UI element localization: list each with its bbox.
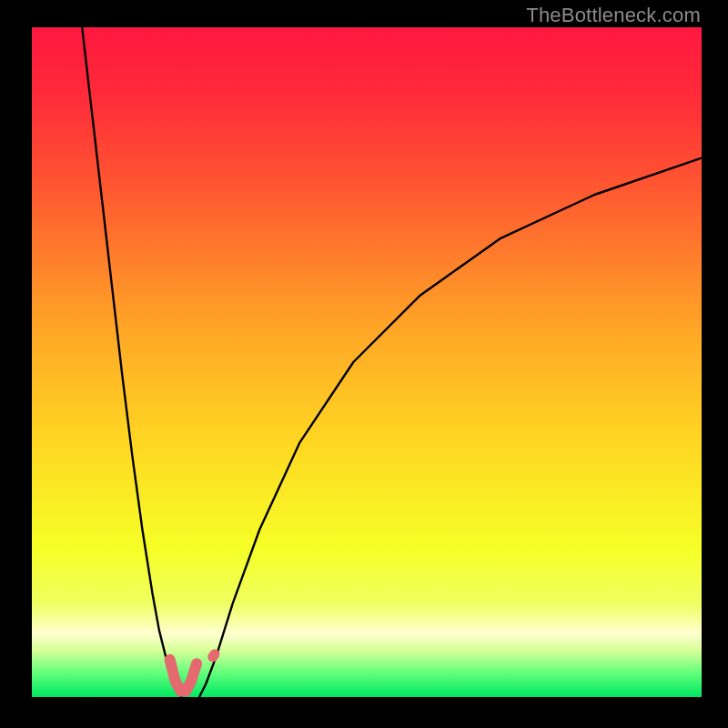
series-left-branch — [82, 27, 182, 697]
series-right-branch — [199, 158, 702, 697]
outer-frame: TheBottleneck.com — [0, 0, 728, 728]
series-highlight-dot — [213, 654, 215, 657]
plot-area — [32, 27, 702, 697]
curve-layer — [32, 27, 702, 697]
watermark-text: TheBottleneck.com — [526, 4, 701, 27]
series-highlight-u — [170, 660, 197, 692]
